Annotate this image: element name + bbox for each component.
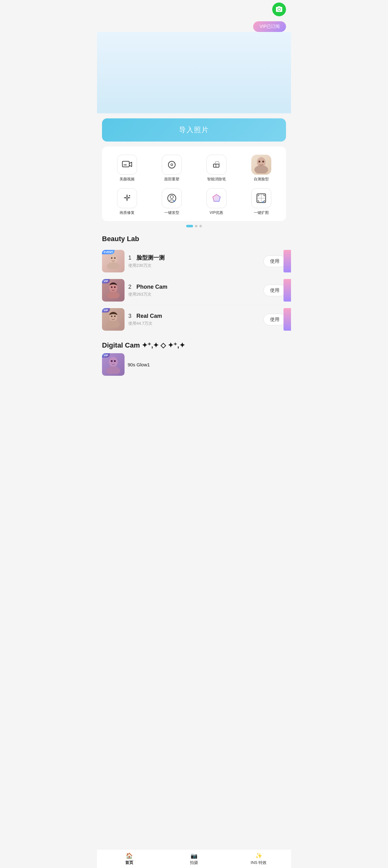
vip-benefit-label: VIP优惠 (209, 210, 223, 215)
smart-eraser-icon-box (206, 155, 227, 175)
feature-one-hair[interactable]: AI 一键发型 (149, 185, 194, 219)
face-detect-label: 自测脸型 (254, 177, 269, 182)
svg-point-20 (107, 262, 120, 269)
digital-badge-1: VIP (102, 353, 110, 358)
feature-face-detect[interactable]: 自测脸型 (239, 152, 284, 185)
svg-point-3 (171, 164, 173, 166)
beauty-name-2: Phone Cam (136, 284, 167, 290)
one-hair-label: 一键发型 (164, 210, 179, 215)
feature-smart-eraser[interactable]: 智能消除笔 (194, 152, 239, 185)
beauty-uses-3: 使用44.7万次 (128, 321, 260, 326)
feature-quality-fix[interactable]: 画质修复 (104, 185, 149, 219)
beauty-uses-2: 使用263万次 (128, 291, 260, 297)
svg-text:HD: HD (124, 164, 127, 166)
svg-point-25 (111, 286, 112, 288)
eraser-icon (212, 160, 222, 170)
svg-point-22 (114, 257, 116, 259)
badge-vip-2: VIP (102, 279, 110, 283)
svg-point-33 (111, 360, 112, 362)
beauty-item-2: VIP 2 Phone Cam 使用263万次 使用 (102, 276, 286, 305)
use-button-3[interactable]: 使用 (263, 314, 286, 326)
beauty-info-3: 3 Real Cam 使用44.7万次 (128, 313, 260, 326)
beauty-info-2: 2 Phone Cam 使用263万次 (128, 284, 260, 297)
dot-1 (186, 225, 193, 227)
features-grid: HD 美颜视频 面部重塑 智能消除笔 (102, 147, 286, 221)
beauty-info-1: 1 脸型测一测 使用230万次 (128, 254, 260, 268)
svg-point-28 (107, 321, 120, 328)
use-button-2[interactable]: 使用 (263, 285, 286, 296)
face-reshape-label: 面部重塑 (164, 177, 179, 182)
smart-eraser-label: 智能消除笔 (207, 177, 226, 182)
beauty-lab-list: EVENT 1 脸型测一测 使用230万次 使用 (97, 247, 291, 334)
use-button-1[interactable]: 使用 (263, 255, 286, 267)
one-expand-icon-box: AI (251, 188, 271, 208)
expand-ai-icon: AI (256, 193, 267, 204)
face-detect-image (251, 155, 271, 175)
svg-marker-15 (213, 194, 220, 202)
digital-item-name: 90s Glow1 (128, 362, 150, 367)
ai-hair-icon: AI (166, 193, 177, 204)
beauty-item-3: VIP 3 Real Cam 使用44.7万次 使用 (102, 305, 286, 334)
svg-point-31 (109, 357, 118, 367)
beauty-item-1: EVENT 1 脸型测一测 使用230万次 使用 (102, 247, 286, 276)
svg-text:AI: AI (262, 201, 264, 203)
badge-vip-3: VIP (102, 308, 110, 312)
one-expand-label: 一键扩图 (254, 210, 269, 215)
right-edge-badge-2 (284, 279, 291, 302)
vip-diamond-icon (211, 193, 222, 204)
camera-svg (276, 6, 283, 13)
svg-point-34 (114, 360, 116, 362)
digital-cam-section: Digital Cam ✦⁺,✦ ◇ ✦⁺,✦ VIP 90s Glow1 (97, 336, 291, 376)
svg-point-2 (168, 161, 175, 168)
import-section: 导入照片 (97, 113, 291, 147)
svg-point-7 (254, 165, 268, 174)
face-portrait-3 (106, 311, 120, 328)
feature-vip-benefit[interactable]: VIP优惠 (194, 185, 239, 219)
svg-rect-4 (214, 164, 219, 167)
vip-benefit-icon-box (206, 188, 227, 208)
beauty-thumb-2: VIP (102, 279, 125, 302)
beauty-uses-1: 使用230万次 (128, 263, 260, 268)
beauty-name-3: Real Cam (136, 313, 162, 319)
beauty-rank-2: 2 (128, 284, 131, 290)
face-portrait-icon (254, 156, 269, 174)
digital-thumb-1[interactable]: VIP (102, 353, 125, 376)
svg-point-32 (106, 366, 120, 374)
badge-event-1: EVENT (102, 250, 115, 254)
camera-icon[interactable] (272, 2, 286, 16)
svg-point-24 (107, 291, 120, 299)
svg-point-21 (111, 257, 112, 259)
beauty-video-label: 美颜视频 (120, 177, 134, 182)
beauty-lab-title: Beauty Lab (97, 230, 291, 247)
svg-point-19 (109, 254, 117, 264)
page-dots (97, 221, 291, 230)
svg-point-29 (111, 316, 112, 317)
top-bar (97, 0, 291, 19)
quality-fix-label: 画质修复 (120, 210, 134, 215)
dot-3 (199, 225, 202, 227)
svg-point-10 (129, 195, 130, 196)
one-hair-icon-box: AI (162, 188, 182, 208)
sparkle-icon (122, 193, 132, 203)
face-portrait-2 (106, 282, 120, 299)
svg-point-12 (170, 195, 173, 198)
face-reshape-icon-box (162, 155, 182, 175)
feature-face-reshape[interactable]: 面部重塑 (149, 152, 194, 185)
face-portrait-1 (106, 253, 120, 269)
right-edge-badge-1 (284, 250, 291, 272)
hd-video-icon: HD (122, 160, 132, 169)
import-photos-button[interactable]: 导入照片 (102, 118, 286, 142)
quality-fix-icon-box (117, 188, 137, 208)
feature-one-expand[interactable]: AI 一键扩图 (239, 185, 284, 219)
svg-point-26 (114, 286, 116, 288)
svg-point-30 (114, 316, 116, 317)
beauty-lab-section: Beauty Lab EVENT 1 脸型测 (97, 230, 291, 334)
digital-cam-title: Digital Cam ✦⁺,✦ ◇ ✦⁺,✦ (97, 336, 291, 353)
vip-badge-area: VIP已订阅 (97, 21, 291, 32)
feature-beauty-video[interactable]: HD 美颜视频 (104, 152, 149, 185)
hero-banner (97, 32, 291, 113)
beauty-thumb-3: VIP (102, 308, 125, 331)
vip-subscribed-button[interactable]: VIP已订阅 (253, 21, 286, 32)
svg-text:AI: AI (173, 200, 175, 202)
digital-portrait-1 (105, 355, 121, 374)
